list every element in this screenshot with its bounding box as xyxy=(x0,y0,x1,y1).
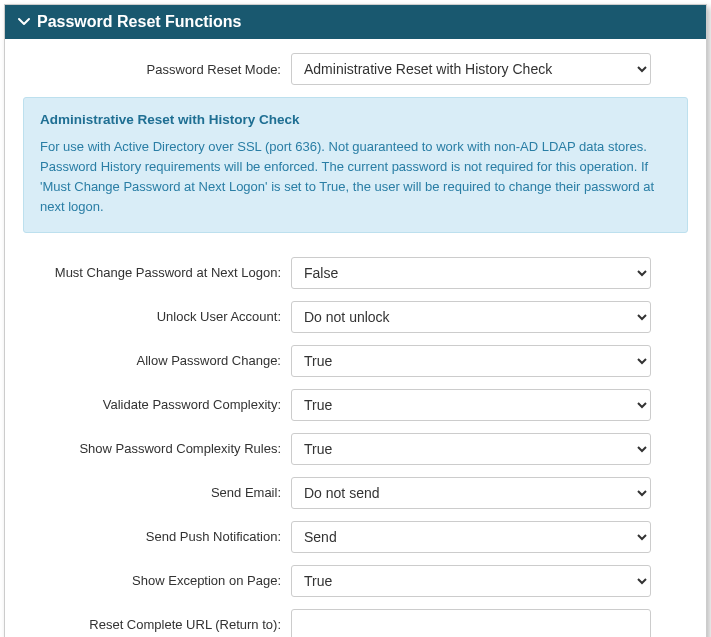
label-send-email: Send Email: xyxy=(23,485,291,500)
label-validate-password-complexity: Validate Password Complexity: xyxy=(23,397,291,412)
input-reset-complete-url[interactable] xyxy=(291,609,651,637)
row-show-exception-on-page: Show Exception on Page: True xyxy=(23,565,688,597)
label-show-password-complexity-rules: Show Password Complexity Rules: xyxy=(23,441,291,456)
select-send-push-notification[interactable]: Send xyxy=(291,521,651,553)
select-must-change-password[interactable]: False xyxy=(291,257,651,289)
password-reset-functions-panel: Password Reset Functions Password Reset … xyxy=(4,4,707,637)
row-password-reset-mode: Password Reset Mode: Administrative Rese… xyxy=(23,53,688,85)
row-allow-password-change: Allow Password Change: True xyxy=(23,345,688,377)
infobox-body: For use with Active Directory over SSL (… xyxy=(40,137,671,218)
label-password-reset-mode: Password Reset Mode: xyxy=(23,62,291,77)
label-must-change-password: Must Change Password at Next Logon: xyxy=(23,265,291,280)
select-unlock-user-account[interactable]: Do not unlock xyxy=(291,301,651,333)
row-must-change-password: Must Change Password at Next Logon: Fals… xyxy=(23,257,688,289)
infobox-mode-description: Administrative Reset with History Check … xyxy=(23,97,688,233)
select-validate-password-complexity[interactable]: True xyxy=(291,389,651,421)
label-show-exception-on-page: Show Exception on Page: xyxy=(23,573,291,588)
panel-title: Password Reset Functions xyxy=(37,13,242,31)
select-send-email[interactable]: Do not send xyxy=(291,477,651,509)
row-send-email: Send Email: Do not send xyxy=(23,477,688,509)
row-reset-complete-url: Reset Complete URL (Return to): xyxy=(23,609,688,637)
select-password-reset-mode[interactable]: Administrative Reset with History Check xyxy=(291,53,651,85)
select-show-password-complexity-rules[interactable]: True xyxy=(291,433,651,465)
infobox-title: Administrative Reset with History Check xyxy=(40,112,671,127)
select-allow-password-change[interactable]: True xyxy=(291,345,651,377)
panel-body: Password Reset Mode: Administrative Rese… xyxy=(5,39,706,637)
label-allow-password-change: Allow Password Change: xyxy=(23,353,291,368)
panel-header[interactable]: Password Reset Functions xyxy=(5,5,706,39)
row-show-password-complexity-rules: Show Password Complexity Rules: True xyxy=(23,433,688,465)
row-unlock-user-account: Unlock User Account: Do not unlock xyxy=(23,301,688,333)
label-unlock-user-account: Unlock User Account: xyxy=(23,309,291,324)
select-show-exception-on-page[interactable]: True xyxy=(291,565,651,597)
row-validate-password-complexity: Validate Password Complexity: True xyxy=(23,389,688,421)
row-send-push-notification: Send Push Notification: Send xyxy=(23,521,688,553)
label-reset-complete-url: Reset Complete URL (Return to): xyxy=(23,617,291,632)
chevron-down-icon xyxy=(17,15,31,29)
label-send-push-notification: Send Push Notification: xyxy=(23,529,291,544)
